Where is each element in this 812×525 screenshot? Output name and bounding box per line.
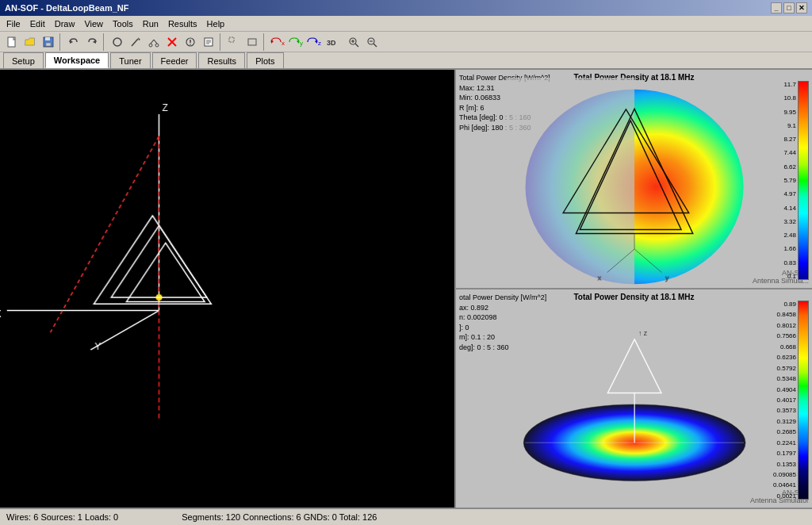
view-3d-button[interactable]: 3D	[324, 33, 344, 51]
titlebar: AN-SOF - DeltaLoopBeam_NF _ □ ✕	[0, 0, 812, 16]
separator-2	[103, 33, 106, 51]
status-segments: Segments: 120 Connections: 6 GNDs: 0 Tot…	[182, 512, 377, 522]
svg-rect-23	[248, 39, 256, 45]
rotate-z-button[interactable]: z	[305, 33, 323, 51]
separator-1	[59, 33, 63, 51]
tab-feeder[interactable]: Feeder	[152, 52, 197, 68]
svg-text:y: y	[300, 40, 303, 47]
new-button[interactable]	[3, 33, 21, 51]
separator-4	[263, 33, 266, 51]
svg-line-32	[355, 44, 358, 47]
delete-button[interactable]	[163, 33, 181, 51]
tab-workspace[interactable]: Workspace	[45, 52, 109, 68]
svg-text:x: x	[282, 40, 285, 47]
tab-results[interactable]: Results	[198, 52, 245, 68]
open-button[interactable]	[21, 33, 39, 51]
plot-bottom-svg: ↑ z	[504, 293, 773, 508]
menu-file[interactable]: File	[2, 17, 25, 30]
main-content: Total Power Density at 18.1 MHz Total Po…	[0, 70, 812, 508]
plot-bottom-area: Total Power Density at 18.1 MHz otal Pow…	[456, 289, 812, 508]
select-button[interactable]	[225, 33, 243, 51]
svg-marker-8	[138, 37, 140, 40]
zoom-out-button[interactable]	[363, 33, 381, 51]
menu-help[interactable]: Help	[202, 17, 230, 30]
draw-button[interactable]	[127, 33, 144, 51]
svg-point-9	[149, 44, 152, 47]
save-button[interactable]	[40, 33, 57, 51]
menu-results[interactable]: Results	[163, 17, 202, 30]
svg-point-6	[113, 38, 121, 46]
menu-run[interactable]: Run	[138, 17, 163, 30]
tabbar: Setup Workspace Tuner Feeder Results Plo…	[0, 52, 812, 70]
rectangle-button[interactable]	[243, 33, 261, 51]
minimize-button[interactable]: _	[771, 2, 782, 13]
svg-rect-39	[506, 78, 634, 289]
svg-line-36	[373, 44, 377, 47]
menu-view[interactable]: View	[79, 17, 108, 30]
undo-button[interactable]	[65, 33, 82, 51]
svg-text:3D: 3D	[327, 39, 336, 47]
properties-button[interactable]	[182, 33, 199, 51]
3d-canvas[interactable]	[0, 70, 454, 508]
plots-panel: Total Power Density at 18.1 MHz Total Po…	[456, 70, 812, 508]
svg-marker-50	[607, 339, 661, 393]
tab-tuner[interactable]: Tuner	[110, 52, 150, 68]
titlebar-title: AN-SOF - DeltaLoopBeam_NF	[5, 3, 128, 13]
plot-bottom-scale-labels: 0.890.84580.80120.7566 0.6680.62360.5792…	[773, 301, 796, 500]
plot-top-svg: x y	[504, 78, 773, 289]
plot-bottom-colorscale	[798, 301, 809, 500]
svg-line-12	[154, 40, 157, 44]
statusbar: Wires: 6 Sources: 1 Loads: 0 Segments: 1…	[0, 508, 812, 525]
menu-draw[interactable]: Draw	[50, 17, 80, 30]
notes-button[interactable]	[200, 33, 217, 51]
svg-text:y: y	[665, 274, 668, 282]
tab-plots[interactable]: Plots	[247, 52, 283, 68]
plot-top-area: Total Power Density at 18.1 MHz Total Po…	[456, 70, 812, 288]
workspace-viewport[interactable]	[0, 70, 456, 508]
svg-text:z: z	[318, 40, 321, 47]
status-wires: Wires: 6 Sources: 1 Loads: 0	[6, 512, 118, 522]
rotate-x-button[interactable]: x	[269, 33, 286, 51]
svg-marker-28	[315, 40, 317, 44]
redo-button[interactable]	[83, 33, 101, 51]
svg-rect-2	[45, 37, 50, 40]
svg-line-11	[151, 40, 154, 44]
close-button[interactable]: ✕	[796, 2, 807, 13]
svg-point-10	[155, 44, 159, 47]
svg-marker-5	[93, 40, 96, 44]
rotate-y-button[interactable]: y	[287, 33, 304, 51]
svg-line-7	[132, 39, 138, 46]
menu-tools[interactable]: Tools	[108, 17, 138, 30]
separator-3	[220, 33, 223, 51]
svg-text:x: x	[598, 274, 601, 282]
window-controls[interactable]: _ □ ✕	[771, 2, 807, 13]
svg-marker-4	[70, 40, 73, 44]
svg-text:↑ z: ↑ z	[638, 329, 648, 337]
cut-button[interactable]	[145, 33, 163, 51]
plot-top-colorscale	[798, 81, 809, 280]
tab-setup[interactable]: Setup	[3, 52, 44, 68]
svg-rect-3	[46, 43, 51, 46]
plot-top-scale-labels: 11.710.89.959.18.27 7.446.625.794.974.14…	[783, 81, 796, 280]
circle-tool-button[interactable]	[109, 33, 126, 51]
menubar: File Edit Draw View Tools Run Results He…	[0, 16, 812, 32]
svg-marker-24	[271, 40, 274, 44]
zoom-in-button[interactable]	[345, 33, 362, 51]
maximize-button[interactable]: □	[783, 2, 795, 13]
plot-bottom: Total Power Density at 18.1 MHz otal Pow…	[456, 289, 812, 508]
toolbar: x y z 3D	[0, 32, 812, 52]
svg-point-17	[190, 44, 191, 45]
plot-top: Total Power Density at 18.1 MHz Total Po…	[456, 70, 812, 289]
svg-marker-26	[297, 40, 299, 44]
menu-edit[interactable]: Edit	[25, 17, 50, 30]
svg-rect-22	[229, 37, 234, 42]
